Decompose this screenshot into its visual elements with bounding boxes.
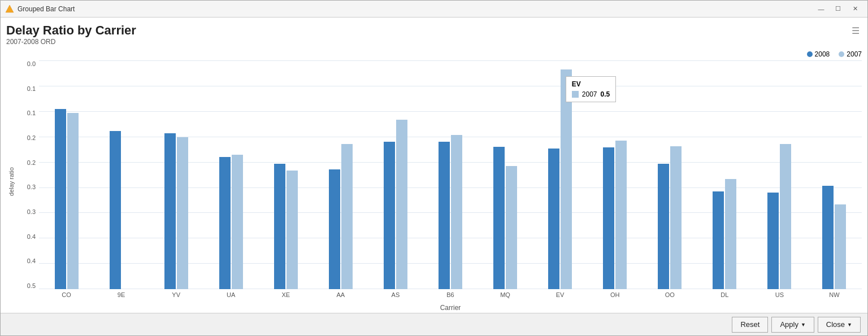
titlebar-controls: — ☐ ✕: [813, 3, 863, 15]
bar-group: [643, 60, 697, 289]
y-tick: 0.2: [18, 134, 36, 141]
chart-title: Delay Ratio by Carrier: [6, 23, 862, 38]
bar-group: [697, 60, 752, 289]
y-tick: 0.3: [18, 184, 36, 190]
bar-group: [94, 60, 149, 289]
bar-2008[interactable]: [658, 164, 669, 289]
bar-2007[interactable]: [561, 69, 572, 289]
bar-2008[interactable]: [713, 191, 724, 289]
x-tick: OO: [643, 289, 697, 303]
bar-2007[interactable]: [615, 141, 627, 289]
close-window-button[interactable]: ✕: [847, 3, 863, 15]
x-tick: CO: [39, 289, 94, 303]
bar-group: [149, 60, 203, 289]
bar-2008[interactable]: [110, 131, 121, 289]
legend-label-2008: 2008: [815, 50, 830, 58]
x-tick: XE: [258, 289, 313, 303]
bar-2008[interactable]: [384, 142, 395, 289]
svg-marker-0: [6, 5, 14, 12]
x-tick: 9E: [94, 289, 149, 303]
bar-2008[interactable]: [329, 169, 340, 289]
bar-2007[interactable]: [835, 204, 846, 289]
x-tick: OH: [588, 289, 643, 303]
bar-2008[interactable]: [548, 149, 559, 289]
bar-2007[interactable]: [177, 137, 188, 289]
y-tick: 0.2: [18, 159, 36, 166]
bar-2008[interactable]: [493, 147, 505, 289]
bars-row: [39, 60, 862, 289]
bar-group: [752, 60, 807, 289]
bar-2007[interactable]: [396, 120, 407, 289]
bar-2007[interactable]: [451, 135, 462, 289]
maximize-button[interactable]: ☐: [830, 3, 846, 15]
bar-group: [39, 60, 94, 289]
x-tick: UA: [203, 289, 258, 303]
bar-group: [807, 60, 862, 289]
y-tick: 0.1: [18, 85, 36, 92]
bar-group: [588, 60, 643, 289]
apply-button[interactable]: Apply ▼: [771, 317, 814, 333]
bar-2008[interactable]: [603, 147, 614, 289]
bar-2008[interactable]: [767, 193, 779, 289]
bar-2008[interactable]: [219, 157, 231, 289]
y-tick: 0.4: [18, 258, 36, 264]
y-axis-label: delay ratio: [6, 50, 16, 313]
bottom-bar: Reset Apply ▼ Close ▼: [1, 313, 867, 335]
bar-2008[interactable]: [55, 109, 66, 289]
minimize-button[interactable]: —: [813, 3, 829, 15]
bar-2007[interactable]: [287, 171, 298, 289]
titlebar: Grouped Bar Chart — ☐ ✕: [1, 1, 867, 18]
chart-menu-icon[interactable]: ☰: [852, 25, 860, 36]
apply-label: Apply: [780, 320, 798, 329]
bar-2008[interactable]: [164, 133, 176, 289]
legend-dot-2007: [839, 51, 844, 57]
bar-group: [478, 60, 533, 289]
x-tick: EV: [533, 289, 588, 303]
reset-button[interactable]: Reset: [732, 317, 768, 333]
app-icon: [5, 5, 14, 14]
x-tick: DL: [697, 289, 752, 303]
chart-area: Delay Ratio by Carrier 2007-2008 ORD ☰ d…: [1, 18, 867, 313]
bar-group: [368, 60, 423, 289]
close-chevron-icon: ▼: [847, 322, 852, 328]
x-tick: AS: [368, 289, 423, 303]
bar-2007[interactable]: [725, 179, 736, 289]
window-title: Grouped Bar Chart: [18, 5, 75, 13]
bar-2007[interactable]: [506, 166, 517, 289]
bar-2007[interactable]: [780, 144, 791, 289]
legend-item-2008: 2008: [807, 50, 830, 58]
x-tick: B6: [423, 289, 478, 303]
x-axis: CO9EYVUAXEAAASB6MQEVOHOODLUSNW: [39, 289, 862, 303]
y-ticks: 0.50.40.40.30.30.20.20.10.10.0: [18, 60, 39, 303]
x-tick: NW: [807, 289, 862, 303]
titlebar-left: Grouped Bar Chart: [5, 5, 75, 14]
bar-2007[interactable]: [341, 144, 353, 289]
apply-chevron-icon: ▼: [801, 322, 806, 328]
y-tick: 0.3: [18, 208, 36, 215]
bar-2007[interactable]: [232, 155, 243, 289]
bar-group: [423, 60, 478, 289]
bar-2007[interactable]: [67, 113, 79, 289]
x-tick: YV: [149, 289, 203, 303]
chart-subtitle: 2007-2008 ORD: [6, 38, 862, 46]
bar-group: [203, 60, 258, 289]
bar-2008[interactable]: [439, 142, 450, 289]
x-tick: AA: [313, 289, 368, 303]
x-tick: MQ: [478, 289, 533, 303]
legend: 2008 2007: [18, 50, 862, 58]
legend-item-2007: 2007: [839, 50, 862, 58]
legend-dot-2008: [807, 51, 813, 57]
bar-2008[interactable]: [274, 164, 285, 289]
chart-inner: 2008 2007 0.50.40.40.30.30.20.20.10.10.0…: [18, 50, 862, 313]
bar-2007[interactable]: [670, 146, 682, 289]
y-tick: 0.5: [18, 282, 36, 289]
y-tick: 0.0: [18, 60, 36, 67]
x-axis-label: Carrier: [18, 303, 862, 313]
y-tick: 0.1: [18, 110, 36, 116]
chart-header: Delay Ratio by Carrier 2007-2008 ORD: [6, 23, 862, 46]
y-tick: 0.4: [18, 233, 36, 240]
close-button[interactable]: Close ▼: [818, 317, 861, 333]
chart-container: delay ratio 2008 2007 0.50.40.40.30.30.2…: [6, 50, 862, 313]
bar-group: [533, 60, 588, 289]
bar-2008[interactable]: [822, 186, 834, 289]
